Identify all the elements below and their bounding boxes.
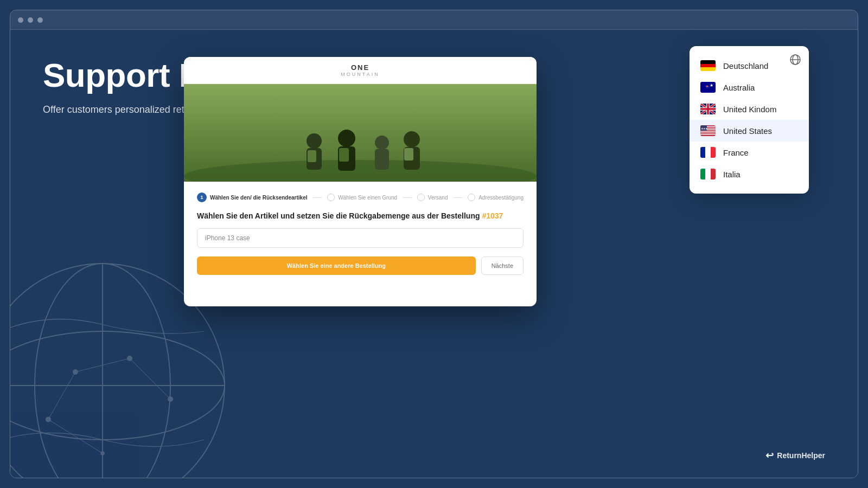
change-order-button[interactable]: Wählen Sie eine andere Bestellung bbox=[197, 256, 476, 275]
window-dot-red[interactable] bbox=[18, 17, 23, 23]
step-3-circle bbox=[417, 194, 425, 201]
browser-content: Support Multi-Language Offer customers p… bbox=[10, 30, 858, 478]
lang-item-gb[interactable]: United Kindom bbox=[690, 98, 809, 120]
step-2: Wählen Sie einen Grund bbox=[327, 194, 397, 201]
lang-label-gb: United Kindom bbox=[723, 105, 776, 114]
flag-it bbox=[700, 169, 716, 179]
svg-line-13 bbox=[48, 372, 75, 420]
flag-us: ★★★ bbox=[700, 125, 716, 136]
svg-point-18 bbox=[338, 130, 355, 147]
svg-line-11 bbox=[130, 358, 170, 399]
returnhelper-logo: ↩ ReturnHelper bbox=[765, 450, 825, 461]
order-ref: #1037 bbox=[482, 211, 503, 220]
lang-item-it[interactable]: Italia bbox=[690, 163, 809, 185]
ui-mockup: ONE Mountain bbox=[184, 57, 537, 306]
product-input[interactable]: iPhone 13 case bbox=[197, 228, 524, 248]
step-3-label: Versand bbox=[428, 195, 448, 201]
step-divider-3 bbox=[454, 197, 463, 198]
svg-point-20 bbox=[375, 136, 389, 150]
svg-rect-21 bbox=[375, 149, 389, 170]
step-1-label: Wählen Sie den/ die Rücksendeartikel bbox=[210, 195, 308, 201]
lang-label-us: United States bbox=[723, 126, 772, 136]
svg-rect-36 bbox=[700, 133, 716, 134]
lang-label-it: Italia bbox=[723, 170, 741, 179]
svg-rect-25 bbox=[339, 148, 349, 162]
hero-silhouette bbox=[184, 84, 537, 182]
logo-text: ReturnHelper bbox=[777, 451, 825, 460]
form-area: 1 Wählen Sie den/ die Rücksendeartikel W… bbox=[184, 182, 537, 286]
svg-point-16 bbox=[307, 133, 322, 149]
step-3: Versand bbox=[417, 194, 448, 201]
flag-au: 🇦🇺 bbox=[700, 82, 716, 93]
next-button[interactable]: Nächste bbox=[481, 256, 524, 275]
svg-rect-37 bbox=[700, 134, 716, 136]
window-dot-green[interactable] bbox=[37, 17, 43, 23]
step-1: 1 Wählen Sie den/ die Rücksendeartikel bbox=[197, 192, 308, 202]
window-dot-yellow[interactable] bbox=[28, 17, 33, 23]
logo-icon: ↩ bbox=[765, 450, 774, 461]
lang-label-de: Deutschland bbox=[723, 61, 768, 70]
svg-rect-24 bbox=[308, 150, 316, 162]
brand-sub: Mountain bbox=[190, 72, 530, 77]
lang-item-us[interactable]: ★★★ United States bbox=[690, 120, 809, 142]
browser-titlebar bbox=[10, 10, 858, 30]
step-2-label: Wählen Sie einen Grund bbox=[338, 195, 397, 201]
flag-de bbox=[700, 60, 716, 71]
lang-item-fr[interactable]: France bbox=[690, 142, 809, 163]
form-buttons: Wählen Sie eine andere Bestellung Nächst… bbox=[197, 256, 524, 275]
browser-window: Support Multi-Language Offer customers p… bbox=[10, 10, 858, 478]
form-title: Wählen Sie den Artikel und setzen Sie di… bbox=[197, 211, 524, 222]
lang-label-fr: France bbox=[723, 148, 749, 157]
globe-icon[interactable] bbox=[789, 54, 801, 66]
step-divider-1 bbox=[313, 197, 322, 198]
svg-rect-26 bbox=[404, 148, 413, 160]
step-4-circle bbox=[468, 194, 475, 201]
lang-label-au: Australia bbox=[723, 83, 755, 92]
language-dropdown: Deutschland 🇦🇺 Australia bbox=[690, 46, 809, 194]
step-1-number: 1 bbox=[197, 192, 207, 202]
stepper: 1 Wählen Sie den/ die Rücksendeartikel W… bbox=[197, 192, 524, 202]
lang-item-au[interactable]: 🇦🇺 Australia bbox=[690, 76, 809, 98]
flag-fr bbox=[700, 147, 716, 158]
svg-line-12 bbox=[48, 420, 103, 454]
step-4-label: Adressbestätigung bbox=[478, 195, 524, 201]
step-2-circle bbox=[327, 194, 335, 201]
svg-rect-35 bbox=[700, 131, 716, 132]
hero-image bbox=[184, 84, 537, 182]
step-divider-2 bbox=[403, 197, 412, 198]
step-4: Adressbestätigung bbox=[468, 194, 524, 201]
mockup-header: ONE Mountain bbox=[184, 57, 537, 84]
flag-gb bbox=[700, 104, 716, 114]
svg-point-22 bbox=[404, 131, 420, 147]
svg-text:★★★: ★★★ bbox=[701, 127, 708, 130]
brand-name: ONE bbox=[190, 63, 530, 72]
